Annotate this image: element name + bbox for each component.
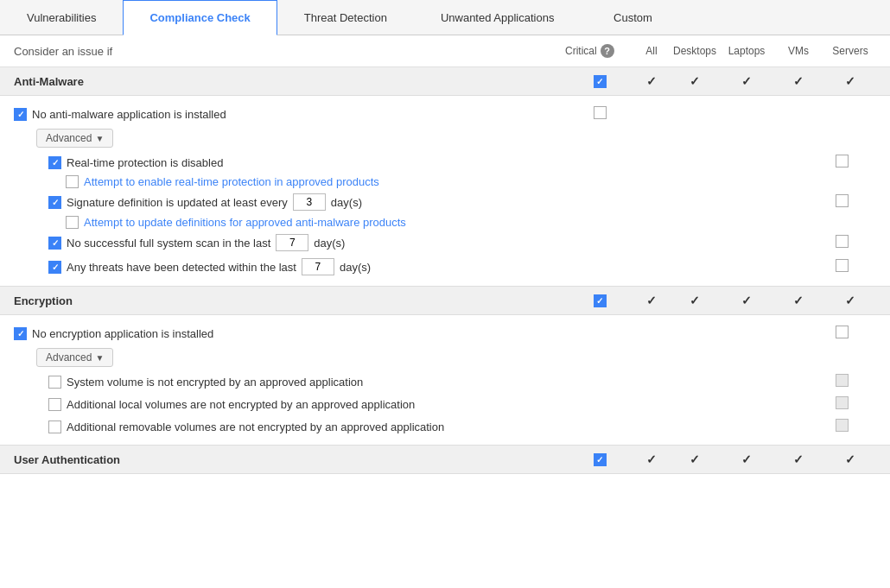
threats-critical-checkbox[interactable] xyxy=(836,259,849,272)
encryption-vms-check: ✓ xyxy=(793,294,804,307)
attempt-realtime-checkbox[interactable] xyxy=(66,175,79,188)
signature-days-input[interactable] xyxy=(293,193,326,211)
user-auth-all-check: ✓ xyxy=(646,452,657,466)
anti-malware-content: No anti-malware application is installed… xyxy=(0,96,890,287)
tabs-container: Vulnerabilities Compliance Check Threat … xyxy=(0,0,890,35)
local-volumes-critical-checkbox xyxy=(836,396,849,409)
user-auth-critical-checkbox[interactable] xyxy=(594,453,607,466)
tab-vulnerabilities[interactable]: Vulnerabilities xyxy=(0,0,123,35)
no-antimalware-checkbox[interactable] xyxy=(14,108,27,121)
local-volumes-row: Additional local volumes are not encrypt… xyxy=(14,393,876,415)
no-antimalware-row: No anti-malware application is installed xyxy=(14,103,876,125)
removable-volumes-row: Additional removable volumes are not enc… xyxy=(14,415,876,438)
tab-unwanted-applications[interactable]: Unwanted Applications xyxy=(414,0,582,35)
no-encryption-checkbox[interactable] xyxy=(14,327,27,340)
realtime-protection-row: Real-time protection is disabled xyxy=(14,151,876,174)
critical-info-icon[interactable]: ? xyxy=(601,44,614,58)
anti-malware-laptops-check: ✓ xyxy=(741,74,752,88)
section-user-auth: User Authentication ✓ ✓ ✓ ✓ ✓ xyxy=(0,446,890,474)
full-scan-checkbox[interactable] xyxy=(48,237,61,250)
signature-def-checkbox[interactable] xyxy=(48,196,61,209)
tab-custom[interactable]: Custom xyxy=(581,0,684,35)
encryption-all-check: ✓ xyxy=(646,294,657,307)
section-encryption: Encryption ✓ ✓ ✓ ✓ ✓ xyxy=(0,287,890,315)
anti-malware-critical-checkbox[interactable] xyxy=(594,75,607,88)
threats-detected-row: Any threats have been detected within th… xyxy=(14,255,876,279)
no-antimalware-critical-checkbox[interactable] xyxy=(594,106,607,119)
removable-volumes-checkbox[interactable] xyxy=(48,420,61,433)
encryption-servers-check: ✓ xyxy=(845,294,855,307)
anti-malware-advanced-button[interactable]: Advanced ▼ xyxy=(36,129,113,148)
encryption-desktops-check: ✓ xyxy=(690,294,700,307)
user-auth-servers-check: ✓ xyxy=(845,452,855,466)
col-header-vms: VMs xyxy=(772,45,824,57)
col-header-critical: Critical ? xyxy=(565,44,634,58)
tab-threat-detection[interactable]: Threat Detection xyxy=(277,0,414,35)
threats-days-input[interactable] xyxy=(302,258,334,275)
column-headers: Consider an issue if Critical ? All Desk… xyxy=(0,35,890,67)
user-auth-desktops-check: ✓ xyxy=(690,452,700,466)
realtime-critical-checkbox[interactable] xyxy=(836,155,849,168)
anti-malware-all-check: ✓ xyxy=(646,74,657,88)
signature-def-row: Signature definition is updated at least… xyxy=(14,190,876,214)
no-encryption-critical-checkbox[interactable] xyxy=(836,326,849,338)
anti-malware-desktops-check: ✓ xyxy=(690,74,700,88)
encryption-content: No encryption application is installed A… xyxy=(0,315,890,446)
attempt-realtime-row: Attempt to enable real-time protection i… xyxy=(14,174,876,190)
tab-compliance-check[interactable]: Compliance Check xyxy=(123,0,277,35)
col-header-servers: Servers xyxy=(824,45,876,57)
attempt-update-row: Attempt to update definitions for approv… xyxy=(14,214,876,231)
system-volume-critical-checkbox xyxy=(836,374,849,387)
threats-detected-checkbox[interactable] xyxy=(48,261,61,274)
encryption-laptops-check: ✓ xyxy=(741,294,752,307)
signature-critical-checkbox[interactable] xyxy=(836,194,849,207)
encryption-advanced-button[interactable]: Advanced ▼ xyxy=(36,348,113,367)
full-scan-days-input[interactable] xyxy=(276,234,308,251)
encryption-critical-checkbox[interactable] xyxy=(594,294,607,307)
consider-label: Consider an issue if xyxy=(14,45,565,58)
no-encryption-row: No encryption application is installed xyxy=(14,322,876,345)
full-scan-critical-checkbox[interactable] xyxy=(836,235,849,248)
anti-malware-servers-check: ✓ xyxy=(845,74,855,88)
encryption-advanced-chevron-icon: ▼ xyxy=(95,353,104,363)
col-header-all: All xyxy=(634,45,669,57)
section-anti-malware: Anti-Malware ✓ ✓ ✓ ✓ ✓ xyxy=(0,67,890,96)
local-volumes-checkbox[interactable] xyxy=(48,398,61,411)
system-volume-checkbox[interactable] xyxy=(48,376,61,389)
advanced-chevron-icon: ▼ xyxy=(95,134,104,143)
user-auth-laptops-check: ✓ xyxy=(741,452,752,466)
realtime-protection-checkbox[interactable] xyxy=(48,156,61,169)
anti-malware-vms-check: ✓ xyxy=(793,74,804,88)
attempt-update-checkbox[interactable] xyxy=(66,216,79,229)
col-header-desktops: Desktops xyxy=(669,45,721,57)
system-volume-row: System volume is not encrypted by an app… xyxy=(14,370,876,393)
removable-volumes-critical-checkbox xyxy=(836,419,849,432)
user-auth-vms-check: ✓ xyxy=(793,452,804,466)
full-scan-row: No successful full system scan in the la… xyxy=(14,231,876,255)
col-header-laptops: Laptops xyxy=(721,45,772,57)
